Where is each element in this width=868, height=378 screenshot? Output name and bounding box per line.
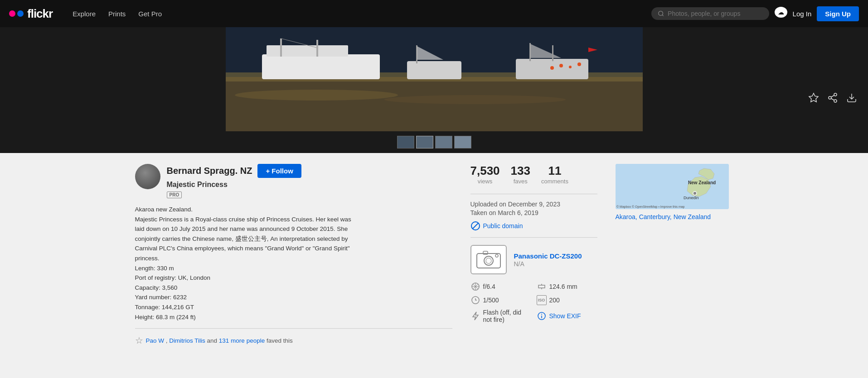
flickr-logo[interactable]: flickr [9, 7, 53, 21]
nav-prints[interactable]: Prints [103, 6, 131, 21]
info-icon [537, 311, 547, 321]
dot-pink [9, 10, 15, 17]
search-input[interactable] [668, 10, 763, 17]
svg-text:New Zealand: New Zealand [688, 180, 716, 185]
svg-line-1 [662, 15, 664, 16]
log-in-button[interactable]: Log In [793, 10, 812, 18]
exif-show[interactable]: Show EXIF [537, 309, 597, 323]
faved-star-icon[interactable]: ☆ [135, 335, 143, 346]
follow-button[interactable]: + Follow [257, 164, 301, 178]
avatar-image [135, 164, 160, 189]
show-exif-label[interactable]: Show EXIF [549, 312, 581, 320]
location-link[interactable]: Akaroa, Canterbury, New Zealand [616, 213, 711, 220]
public-domain[interactable]: Public domain [470, 221, 597, 231]
stat-faves-count: 133 [511, 164, 530, 178]
svg-line-34 [473, 223, 478, 229]
faved-more[interactable]: 131 more people [219, 337, 265, 344]
exif-shutter: 1/500 [470, 295, 531, 305]
faved-by-text: Pao W , Dimitrios Tilis and 131 more peo… [146, 337, 293, 344]
stats-row: 7,530 views 133 faves 11 comments [470, 164, 597, 185]
stat-views-label: views [470, 178, 500, 185]
favorite-button[interactable] [808, 92, 819, 106]
thumbnail-2[interactable] [416, 136, 433, 148]
svg-point-39 [495, 254, 498, 257]
nav-get-pro[interactable]: Get Pro [133, 6, 167, 21]
faved-user2[interactable]: Dimitrios Tilis [169, 337, 205, 344]
taken-date: Taken on March 6, 2019 [470, 209, 597, 216]
header: flickr Explore Prints Get Pro ☁ Log In S… [0, 0, 868, 27]
left-column: Bernard Spragg. NZ + Follow Majestic Pri… [135, 164, 452, 346]
faved-user1[interactable]: Pao W [146, 337, 165, 344]
exif-flash: Flash (off, did not fire) [470, 309, 531, 323]
author-info: Bernard Spragg. NZ + Follow Majestic Pri… [167, 164, 452, 198]
camera-name[interactable]: Panasonic DC-ZS200 [514, 252, 582, 260]
svg-rect-35 [477, 254, 500, 268]
camera-section: Panasonic DC-ZS200 N/A [470, 245, 597, 274]
faved-by: ☆ Pao W , Dimitrios Tilis and 131 more p… [135, 335, 452, 346]
camera-availability: N/A [514, 260, 582, 268]
middle-column: 7,530 views 133 faves 11 comments Upload… [470, 164, 597, 346]
upload-info: Uploaded on December 9, 2023 Taken on Ma… [470, 201, 597, 231]
svg-point-52 [541, 314, 542, 315]
svg-point-19 [235, 90, 398, 100]
share-button[interactable] [827, 92, 838, 106]
faved-and: and [207, 337, 219, 344]
header-right: ☁ Log In Sign Up [651, 6, 859, 21]
shutter-icon [470, 295, 480, 305]
focal-length-icon [537, 282, 547, 292]
thumbnail-1[interactable] [397, 136, 414, 148]
search-icon [658, 10, 664, 17]
svg-point-20 [384, 95, 566, 104]
svg-marker-26 [809, 93, 818, 102]
exif-aperture: f/6.4 [470, 282, 531, 292]
thumbnail-4[interactable] [454, 136, 471, 148]
camera-divider [470, 237, 597, 238]
desc-registry: Port of registry: UK, London [135, 273, 353, 283]
main-photo [226, 27, 643, 131]
thumbnail-3[interactable] [435, 136, 452, 148]
author-section: Bernard Spragg. NZ + Follow Majestic Pri… [135, 164, 452, 198]
divider-1 [135, 328, 452, 329]
author-name-row: Bernard Spragg. NZ + Follow [167, 164, 452, 178]
iso-value: 200 [549, 297, 560, 304]
search-bar[interactable] [651, 7, 769, 20]
author-name[interactable]: Bernard Spragg. NZ [167, 166, 252, 176]
nav-explore[interactable]: Explore [67, 6, 101, 21]
map-container[interactable]: New Zealand Dunedin © Mapbox © OpenStree… [616, 164, 729, 209]
svg-point-27 [834, 93, 837, 96]
photo-area [0, 27, 868, 131]
camera-info: Panasonic DC-ZS200 N/A [514, 252, 582, 268]
flash-icon [470, 311, 480, 321]
desc-line-1: Akaroa new Zealand. [135, 205, 353, 215]
svg-rect-10 [316, 40, 318, 57]
download-button[interactable] [846, 92, 857, 106]
svg-marker-45 [538, 285, 545, 288]
main-content: Bernard Spragg. NZ + Follow Majestic Pri… [117, 153, 752, 357]
upload-icon[interactable]: ☁ [775, 7, 787, 20]
focal-length-value: 124.6 mm [549, 283, 577, 290]
uploaded-date: Uploaded on December 9, 2023 [470, 201, 597, 208]
faved-post: faved this [267, 337, 293, 344]
svg-rect-9 [280, 38, 282, 57]
stat-faves-label: faves [511, 178, 530, 185]
svg-point-55 [693, 191, 697, 195]
shutter-value: 1/500 [483, 297, 499, 304]
desc-tonnage: Tonnage: 144,216 GT [135, 302, 353, 312]
exif-iso: ISO 200 [537, 295, 597, 305]
pro-badge: PRO [167, 191, 182, 198]
svg-point-28 [829, 96, 831, 99]
no-copyright-icon [470, 221, 480, 231]
stat-views: 7,530 views [470, 164, 500, 185]
stat-views-count: 7,530 [470, 164, 500, 178]
thumbnails-row [0, 131, 868, 153]
stat-faves: 133 faves [511, 164, 530, 185]
svg-line-31 [831, 96, 834, 97]
sign-up-button[interactable]: Sign Up [817, 6, 859, 21]
svg-point-36 [484, 256, 493, 265]
avatar[interactable] [135, 164, 160, 189]
svg-point-37 [486, 258, 491, 263]
desc-capacity: Capacity: 3,560 [135, 283, 353, 293]
flickr-dots [9, 10, 24, 17]
camera-icon-box [470, 245, 507, 274]
right-column: New Zealand Dunedin © Mapbox © OpenStree… [616, 164, 733, 346]
